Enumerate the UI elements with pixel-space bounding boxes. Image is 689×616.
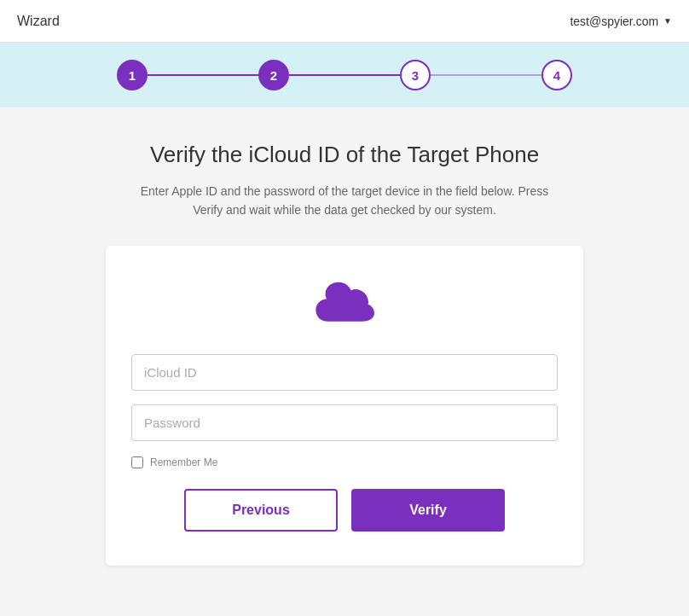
remember-me-label[interactable]: Remember Me bbox=[150, 456, 217, 468]
step-2: 2 bbox=[258, 60, 289, 90]
main-content: Verify the iCloud ID of the Target Phone… bbox=[0, 108, 689, 616]
verify-button[interactable]: Verify bbox=[351, 489, 505, 532]
header: Wizard test@spyier.com ▼ bbox=[0, 0, 689, 43]
user-email: test@spyier.com bbox=[570, 15, 658, 28]
page-description: Enter Apple ID and the password of the t… bbox=[131, 182, 558, 220]
progress-area: 1 2 3 4 bbox=[0, 43, 689, 108]
remember-me-group: Remember Me bbox=[131, 456, 558, 468]
user-menu[interactable]: test@spyier.com ▼ bbox=[570, 15, 672, 28]
step-3: 3 bbox=[400, 60, 431, 90]
icloud-id-input[interactable] bbox=[131, 354, 558, 391]
icloud-id-group bbox=[131, 354, 558, 391]
password-input[interactable] bbox=[131, 404, 558, 441]
step-4: 4 bbox=[541, 60, 572, 90]
previous-button[interactable]: Previous bbox=[184, 489, 338, 532]
password-group bbox=[131, 404, 558, 441]
step-line-1-2 bbox=[148, 74, 258, 76]
page-title: Verify the iCloud ID of the Target Phone bbox=[150, 142, 539, 168]
step-line-2-3 bbox=[289, 74, 400, 76]
header-title: Wizard bbox=[17, 14, 60, 29]
remember-me-checkbox[interactable] bbox=[131, 456, 143, 468]
step-1: 1 bbox=[117, 60, 148, 90]
button-row: Previous Verify bbox=[131, 489, 558, 532]
form-card: Remember Me Previous Verify bbox=[106, 246, 583, 566]
step-line-3-4 bbox=[431, 74, 541, 76]
cloud-icon bbox=[315, 280, 374, 330]
stepper: 1 2 3 4 bbox=[117, 60, 572, 90]
chevron-down-icon: ▼ bbox=[663, 16, 672, 26]
